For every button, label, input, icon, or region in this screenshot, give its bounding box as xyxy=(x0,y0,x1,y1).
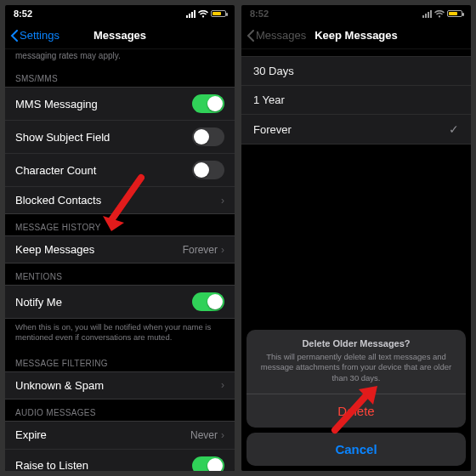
delete-button[interactable]: Delete xyxy=(246,394,466,428)
toggle-notify[interactable] xyxy=(192,292,224,311)
back-button[interactable]: Messages xyxy=(246,22,306,48)
group-mentions: Notify Me xyxy=(5,285,235,319)
battery-icon xyxy=(447,10,462,17)
section-audio: AUDIO MESSAGES xyxy=(5,400,235,421)
battery-icon xyxy=(211,10,226,17)
section-mentions: MENTIONS xyxy=(5,264,235,285)
option-1-year[interactable]: 1 Year xyxy=(241,86,471,115)
row-notify[interactable]: Notify Me xyxy=(5,285,235,319)
phone-left: 8:52 Settings Messages messaging rates m… xyxy=(5,5,235,471)
chevron-left-icon xyxy=(246,30,254,42)
option-30-days[interactable]: 30 Days xyxy=(241,56,471,86)
wifi-icon xyxy=(434,10,445,18)
value: Forever xyxy=(183,244,218,256)
top-note: messaging rates may apply. xyxy=(5,49,235,65)
row-unknown-spam[interactable]: Unknown & Spam › xyxy=(5,371,235,400)
label: Blocked Contacts xyxy=(15,194,101,207)
sheet-body: This will permanently delete all text me… xyxy=(258,352,454,383)
section-sms: SMS/MMS xyxy=(5,65,235,87)
nav-bar: Messages Keep Messages xyxy=(241,22,471,49)
chevron-right-icon: › xyxy=(221,195,224,207)
checkmark-icon: ✓ xyxy=(449,122,459,136)
label: Character Count xyxy=(15,164,96,177)
sheet-title: Delete Older Messages? xyxy=(258,338,454,348)
chevron-left-icon xyxy=(10,30,18,42)
status-bar: 8:52 xyxy=(5,5,235,22)
status-time: 8:52 xyxy=(14,8,32,19)
chevron-right-icon: › xyxy=(221,429,224,441)
group-sms: MMS Messaging Show Subject Field Charact… xyxy=(5,87,235,214)
label: MMS Messaging xyxy=(15,98,98,110)
signal-icon xyxy=(186,10,196,18)
row-keep-messages[interactable]: Keep Messages Forever› xyxy=(5,235,235,264)
label: 1 Year xyxy=(253,94,285,106)
label: Notify Me xyxy=(15,296,62,309)
cancel-button[interactable]: Cancel xyxy=(246,433,466,466)
notify-footer: When this is on, you will be notified wh… xyxy=(5,319,235,350)
toggle-subject[interactable] xyxy=(192,128,224,146)
row-mms[interactable]: MMS Messaging xyxy=(5,87,235,120)
label: Keep Messages xyxy=(15,243,94,256)
page-title: Keep Messages xyxy=(314,29,398,42)
label: 30 Days xyxy=(253,65,294,77)
section-filtering: MESSAGE FILTERING xyxy=(5,350,235,371)
status-right xyxy=(186,10,226,18)
label: Forever xyxy=(253,123,292,136)
wifi-icon xyxy=(198,10,208,18)
status-right xyxy=(422,10,462,18)
chevron-right-icon: › xyxy=(221,379,224,391)
label: Expire xyxy=(15,428,47,441)
group-filtering: Unknown & Spam › xyxy=(5,371,235,400)
value: Never xyxy=(190,429,218,441)
phone-right: 8:52 Messages Keep Messages 30 Days 1 Ye… xyxy=(241,5,471,471)
group-history: Keep Messages Forever› xyxy=(5,235,235,264)
status-time: 8:52 xyxy=(250,8,269,19)
label: Raise to Listen xyxy=(15,459,88,471)
section-history: MESSAGE HISTORY xyxy=(5,214,235,235)
toggle-char-count[interactable] xyxy=(192,161,224,179)
status-bar: 8:52 xyxy=(241,5,471,22)
signal-icon xyxy=(422,10,432,18)
action-sheet: Delete Older Messages? This will permane… xyxy=(246,330,466,428)
nav-bar: Settings Messages xyxy=(5,22,235,49)
sheet-message: Delete Older Messages? This will permane… xyxy=(246,330,466,394)
action-sheet-backdrop: Delete Older Messages? This will permane… xyxy=(241,301,471,471)
row-blocked[interactable]: Blocked Contacts › xyxy=(5,186,235,214)
page-title: Messages xyxy=(94,29,146,42)
row-char-count[interactable]: Character Count xyxy=(5,153,235,186)
back-button[interactable]: Settings xyxy=(10,22,60,48)
chevron-right-icon: › xyxy=(221,244,224,256)
row-raise[interactable]: Raise to Listen xyxy=(5,449,235,471)
label: Show Subject Field xyxy=(15,131,110,144)
label: Unknown & Spam xyxy=(15,379,104,392)
row-expire[interactable]: Expire Never› xyxy=(5,421,235,449)
group-audio: Expire Never› Raise to Listen xyxy=(5,421,235,471)
settings-content[interactable]: messaging rates may apply. SMS/MMS MMS M… xyxy=(5,49,235,471)
back-label: Settings xyxy=(20,29,60,42)
toggle-mms[interactable] xyxy=(192,94,224,113)
option-forever[interactable]: Forever ✓ xyxy=(241,115,471,144)
row-subject[interactable]: Show Subject Field xyxy=(5,120,235,153)
back-label: Messages xyxy=(256,29,306,42)
toggle-raise[interactable] xyxy=(192,456,224,471)
